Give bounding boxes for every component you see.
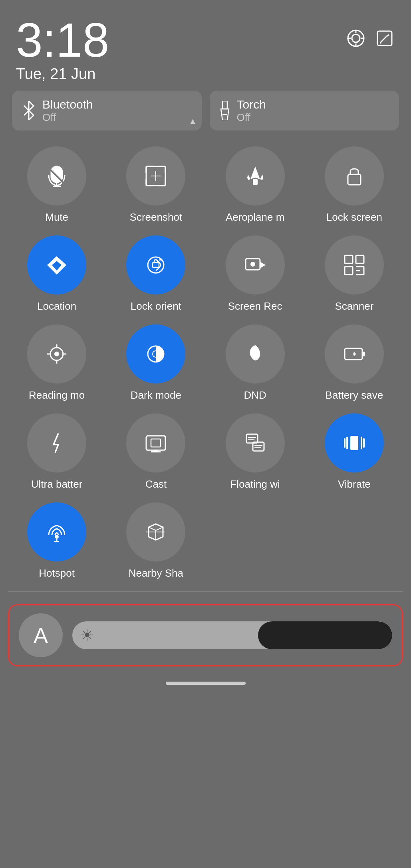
dark-mode-label: Dark mode bbox=[126, 389, 185, 401]
torch-text: Torch Off bbox=[237, 98, 266, 124]
bluetooth-tile[interactable]: Bluetooth Off ▲ bbox=[12, 91, 202, 130]
user-avatar[interactable]: A bbox=[19, 613, 63, 657]
svg-rect-61 bbox=[350, 436, 358, 450]
screen-rec-circle bbox=[226, 235, 285, 295]
floating-wi-tile[interactable]: Floating wi bbox=[210, 413, 300, 490]
brightness-slider-fill bbox=[258, 621, 392, 649]
hotspot-label: Hotspot bbox=[27, 567, 86, 579]
dark-mode-circle bbox=[126, 324, 185, 384]
vibrate-label: Vibrate bbox=[325, 478, 384, 490]
svg-point-0 bbox=[352, 34, 360, 42]
location-circle bbox=[27, 235, 86, 295]
svg-line-8 bbox=[387, 35, 389, 36]
tiles-row-1: Mute Screenshot bbox=[0, 142, 411, 227]
svg-line-70 bbox=[156, 527, 163, 530]
svg-line-9 bbox=[380, 42, 381, 43]
screenshot-circle bbox=[126, 146, 185, 206]
tiles-row-2: Location Lock orient Screen Rec bbox=[0, 231, 411, 316]
cast-circle bbox=[126, 413, 185, 473]
bluetooth-text: Bluetooth Off bbox=[42, 98, 93, 124]
lock-orient-label: Lock orient bbox=[126, 300, 185, 312]
torch-icon bbox=[219, 101, 230, 120]
svg-line-7 bbox=[381, 36, 387, 42]
top-tiles-row: Bluetooth Off ▲ Torch Off bbox=[0, 91, 411, 130]
dnd-circle bbox=[226, 324, 285, 384]
lock-orient-tile[interactable]: Lock orient bbox=[111, 235, 201, 312]
ultra-battery-circle bbox=[27, 413, 86, 473]
header: 3:18 Tue, 21 Jun bbox=[0, 0, 411, 91]
dnd-label: DND bbox=[226, 389, 285, 401]
brightness-slider[interactable]: ☀ bbox=[72, 621, 392, 649]
avatar-letter: A bbox=[34, 623, 48, 648]
screenshot-label: Screenshot bbox=[126, 211, 185, 223]
bottom-bar: A ☀ bbox=[8, 604, 403, 666]
scanner-tile[interactable]: Scanner bbox=[310, 235, 399, 312]
mute-label: Mute bbox=[27, 211, 86, 223]
aeroplane-tile[interactable]: Aeroplane m bbox=[210, 146, 300, 223]
svg-rect-48 bbox=[362, 352, 365, 356]
tiles-row-4: Ultra batter Cast Floating wi bbox=[0, 409, 411, 494]
svg-marker-34 bbox=[260, 262, 266, 268]
bluetooth-icon bbox=[22, 101, 36, 120]
home-bar bbox=[166, 682, 246, 685]
ultra-battery-label: Ultra batter bbox=[27, 478, 86, 490]
lock-screen-tile[interactable]: Lock screen bbox=[310, 146, 399, 223]
settings-icon[interactable] bbox=[345, 28, 366, 49]
svg-rect-36 bbox=[345, 255, 353, 263]
screenshot-tile[interactable]: Screenshot bbox=[111, 146, 201, 223]
screen-rec-tile[interactable]: Screen Rec bbox=[210, 235, 300, 312]
svg-rect-51 bbox=[146, 436, 165, 450]
reading-mode-label: Reading mo bbox=[27, 389, 86, 401]
torch-label: Torch bbox=[237, 98, 266, 111]
svg-rect-10 bbox=[222, 101, 227, 109]
scanner-label: Scanner bbox=[325, 300, 384, 312]
ultra-battery-tile[interactable]: Ultra batter bbox=[12, 413, 101, 490]
svg-point-66 bbox=[55, 535, 59, 539]
svg-rect-28 bbox=[348, 174, 361, 185]
date-display: Tue, 21 Jun bbox=[16, 65, 109, 83]
tiles-row-5: Hotspot Nearby Sha bbox=[0, 498, 411, 583]
tiles-row-3: Reading mo Dark mode DND bbox=[0, 320, 411, 405]
svg-rect-38 bbox=[345, 267, 353, 275]
nearby-share-tile[interactable]: Nearby Sha bbox=[111, 502, 201, 579]
svg-rect-27 bbox=[253, 179, 258, 185]
scanner-circle bbox=[325, 235, 384, 295]
floating-wi-circle bbox=[226, 413, 285, 473]
floating-wi-label: Floating wi bbox=[226, 478, 285, 490]
svg-point-44 bbox=[54, 352, 59, 356]
svg-rect-32 bbox=[153, 263, 159, 267]
torch-tile[interactable]: Torch Off bbox=[210, 91, 399, 130]
vibrate-tile[interactable]: Vibrate bbox=[310, 413, 399, 490]
cast-tile[interactable]: Cast bbox=[111, 413, 201, 490]
brightness-icon: ☀ bbox=[80, 627, 94, 644]
dnd-tile[interactable]: DND bbox=[210, 324, 300, 401]
location-label: Location bbox=[27, 300, 86, 312]
reading-mode-tile[interactable]: Reading mo bbox=[12, 324, 101, 401]
battery-save-label: Battery save bbox=[325, 389, 384, 401]
hotspot-circle bbox=[27, 502, 86, 562]
header-icons bbox=[345, 28, 395, 49]
lock-orient-circle bbox=[126, 235, 185, 295]
mute-tile[interactable]: Mute bbox=[12, 146, 101, 223]
svg-point-35 bbox=[250, 262, 255, 267]
nearby-share-label: Nearby Sha bbox=[126, 567, 185, 579]
hotspot-tile[interactable]: Hotspot bbox=[12, 502, 101, 579]
bluetooth-arrow: ▲ bbox=[189, 117, 197, 126]
clock-display: 3:18 bbox=[16, 16, 109, 64]
battery-save-circle bbox=[325, 324, 384, 384]
nearby-share-circle bbox=[126, 502, 185, 562]
dark-mode-tile[interactable]: Dark mode bbox=[111, 324, 201, 401]
reading-mode-circle bbox=[27, 324, 86, 384]
home-indicator bbox=[0, 674, 411, 697]
vibrate-circle bbox=[325, 413, 384, 473]
aeroplane-label: Aeroplane m bbox=[226, 211, 285, 223]
bluetooth-label: Bluetooth bbox=[42, 98, 93, 111]
edit-icon[interactable] bbox=[374, 28, 395, 49]
svg-rect-52 bbox=[151, 439, 161, 447]
bluetooth-status: Off bbox=[42, 111, 93, 124]
aeroplane-circle bbox=[226, 146, 285, 206]
lock-screen-label: Lock screen bbox=[325, 211, 384, 223]
battery-save-tile[interactable]: Battery save bbox=[310, 324, 399, 401]
svg-line-69 bbox=[149, 527, 156, 530]
location-tile[interactable]: Location bbox=[12, 235, 101, 312]
